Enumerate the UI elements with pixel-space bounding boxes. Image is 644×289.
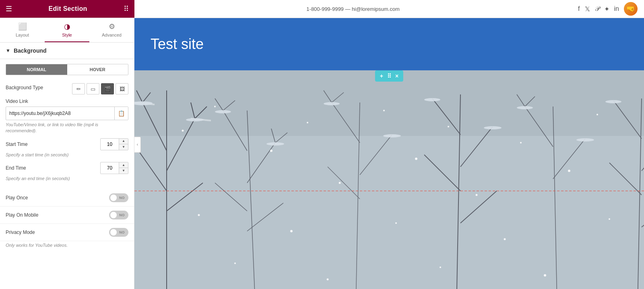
- close-section-button[interactable]: ×: [394, 72, 400, 80]
- svg-point-70: [215, 110, 231, 113]
- start-time-down-button[interactable]: ▼: [119, 144, 128, 150]
- normal-hover-toggle: NORMAL HOVER: [6, 64, 128, 75]
- start-time-row: Start Time ▲ ▼ Specify a start time (in …: [6, 138, 128, 158]
- advanced-icon: ⚙: [109, 22, 115, 31]
- svg-point-44: [214, 106, 216, 107]
- privacy-mode-value: NO: [119, 230, 125, 234]
- svg-point-49: [415, 158, 417, 160]
- play-once-toggle[interactable]: NO: [109, 193, 128, 202]
- tabs-bar: ⬜ Layout ◑ Style ⚙ Advanced: [0, 18, 134, 43]
- video-link-input-row: 📋: [6, 107, 128, 120]
- svg-point-50: [448, 126, 449, 127]
- hamburger-icon[interactable]: ☰: [6, 4, 12, 13]
- privacy-mode-label: Privacy Mode: [6, 230, 35, 235]
- end-time-number-row: End Time ▲ ▼: [6, 162, 128, 174]
- svg-point-78: [605, 100, 621, 103]
- start-time-hint: Specify a start time (in seconds): [6, 152, 128, 158]
- social-icons: f 𝕏 𝒫 ✦ in 🤜: [572, 2, 644, 16]
- yelp-icon[interactable]: ✦: [604, 5, 609, 13]
- svg-point-57: [198, 214, 200, 216]
- bg-type-group: ✏ ▭ 🎬 🖼: [72, 83, 128, 94]
- svg-point-63: [234, 262, 236, 264]
- bg-type-image-button[interactable]: 🖼: [116, 83, 128, 94]
- svg-point-69: [186, 118, 204, 121]
- top-bar: ☰ Edit Section ⠿ 1-800-999-9999 — hi@lor…: [0, 0, 644, 18]
- tab-style-label: Style: [62, 33, 72, 37]
- svg-point-71: [266, 142, 284, 146]
- site-title: Test site: [151, 36, 204, 53]
- form-section: Background Type ✏ ▭ 🎬 🖼 Video Link 📋 You…: [0, 80, 134, 189]
- linkedin-icon[interactable]: in: [614, 5, 619, 12]
- normal-toggle-button[interactable]: NORMAL: [6, 64, 67, 75]
- hover-toggle-button[interactable]: HOVER: [67, 64, 128, 75]
- tab-advanced[interactable]: ⚙ Advanced: [89, 18, 134, 42]
- start-time-spinners: ▲ ▼: [119, 139, 128, 150]
- end-time-input[interactable]: [101, 163, 119, 173]
- facebook-icon[interactable]: f: [578, 5, 580, 12]
- play-on-mobile-row: Play On Mobile NO: [0, 207, 134, 224]
- main-layout: ⬜ Layout ◑ Style ⚙ Advanced ▼ Background…: [0, 18, 644, 289]
- bg-type-color-button[interactable]: ✏: [72, 83, 85, 94]
- section-toolbar: + ⠿ ×: [375, 70, 403, 82]
- avatar[interactable]: 🤜: [624, 2, 638, 16]
- top-bar-left: ☰ Edit Section ⠿: [0, 0, 134, 18]
- bg-type-video-button[interactable]: 🎬: [101, 83, 114, 94]
- play-on-mobile-knob: [110, 212, 117, 218]
- collapse-arrow-icon: ▼: [6, 48, 10, 53]
- tab-layout-label: Layout: [16, 33, 29, 37]
- tab-style[interactable]: ◑ Style: [45, 18, 89, 42]
- svg-point-48: [383, 110, 385, 111]
- play-once-label: Play Once: [6, 195, 28, 201]
- layout-icon: ⬜: [18, 22, 27, 31]
- end-time-input-wrap: ▲ ▼: [100, 162, 128, 174]
- svg-point-60: [504, 238, 506, 240]
- play-once-row: Play Once NO: [0, 189, 134, 207]
- privacy-mode-row: Privacy Mode NO: [0, 224, 134, 241]
- privacy-mode-toggle[interactable]: NO: [109, 228, 128, 237]
- svg-point-66: [544, 274, 546, 277]
- bg-type-label: Background Type: [6, 85, 43, 90]
- end-time-spinners: ▲ ▼: [119, 162, 128, 174]
- video-area: [134, 70, 644, 289]
- svg-point-76: [517, 106, 533, 109]
- svg-point-73: [383, 134, 401, 137]
- tab-layout[interactable]: ⬜ Layout: [0, 18, 45, 42]
- site-header: Test site: [134, 18, 644, 70]
- svg-point-43: [182, 130, 184, 132]
- svg-point-52: [520, 142, 522, 143]
- play-on-mobile-toggle[interactable]: NO: [109, 211, 128, 219]
- video-link-input[interactable]: [6, 108, 114, 119]
- play-once-value: NO: [119, 196, 125, 200]
- end-time-down-button[interactable]: ▼: [119, 168, 128, 174]
- svg-point-54: [597, 114, 598, 115]
- video-link-label: Video Link: [6, 98, 128, 104]
- svg-point-53: [568, 170, 570, 172]
- bg-type-row: Background Type ✏ ▭ 🎬 🖼: [6, 83, 128, 94]
- end-time-up-button[interactable]: ▲: [119, 162, 128, 168]
- collapse-sidebar-button[interactable]: ‹: [134, 137, 141, 153]
- privacy-note: Only works for YouTube videos.: [0, 241, 134, 249]
- snow-scene-svg: [134, 70, 644, 289]
- background-label: Background: [14, 47, 47, 54]
- video-link-hint: YouTube/Vimeo link, or link to video fil…: [6, 122, 128, 134]
- svg-point-47: [339, 182, 341, 184]
- play-on-mobile-value: NO: [119, 213, 125, 217]
- paste-icon[interactable]: 📋: [114, 107, 128, 120]
- svg-point-64: [327, 279, 329, 281]
- start-time-number-row: Start Time ▲ ▼: [6, 138, 128, 150]
- svg-point-46: [307, 122, 308, 123]
- pinterest-icon[interactable]: 𝒫: [595, 5, 599, 12]
- move-section-button[interactable]: ⠿: [386, 72, 393, 80]
- page-title: Edit Section: [48, 5, 87, 12]
- background-section-header[interactable]: ▼ Background: [0, 43, 134, 59]
- add-section-button[interactable]: +: [378, 72, 385, 80]
- svg-point-58: [290, 230, 293, 232]
- bg-type-gradient-button[interactable]: ▭: [87, 83, 99, 94]
- contact-info: 1-800-999-9999 — hi@loremipsum.com: [134, 6, 572, 12]
- start-time-up-button[interactable]: ▲: [119, 139, 128, 144]
- twitter-icon[interactable]: 𝕏: [585, 5, 590, 13]
- privacy-mode-knob: [110, 229, 117, 236]
- start-time-input[interactable]: [101, 139, 119, 149]
- svg-point-75: [484, 126, 502, 129]
- grid-icon[interactable]: ⠿: [124, 4, 129, 13]
